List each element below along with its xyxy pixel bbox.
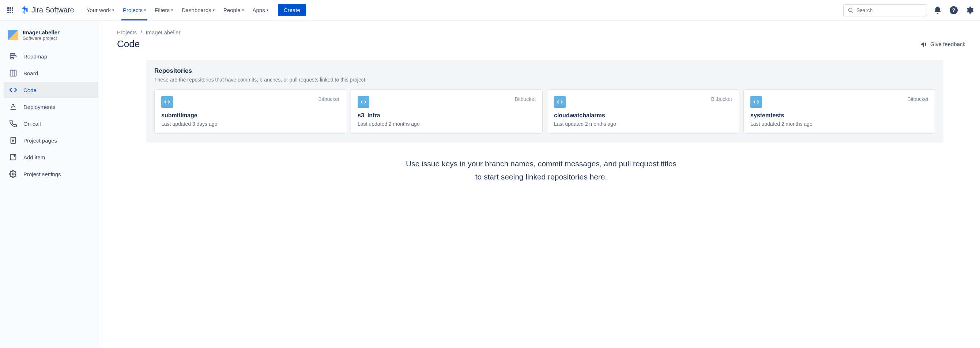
breadcrumb: Projects / ImageLabeller [117, 29, 966, 35]
sidebar-item-label: Project pages [24, 137, 57, 144]
board-icon [9, 69, 18, 78]
sidebar-item-label: Code [24, 87, 37, 93]
sidebar-item-deployments[interactable]: Deployments [4, 99, 99, 115]
chevron-down-icon: ▾ [171, 8, 173, 12]
svg-rect-15 [11, 155, 16, 160]
jira-logo[interactable]: Jira Software [21, 6, 74, 14]
repo-name: cloudwatchalarms [554, 112, 732, 119]
repo-code-icon [554, 96, 566, 108]
nav-label: Filters [155, 7, 170, 13]
nav-label: Dashboards [182, 7, 212, 13]
repositories-title: Repositories [154, 67, 935, 75]
hint-line2: to start seeing linked repositories here… [377, 170, 706, 183]
chevron-down-icon: ▾ [213, 8, 215, 12]
linking-hint: Use issue keys in your branch names, com… [377, 157, 706, 183]
svg-rect-4 [10, 54, 15, 55]
top-navigation: Jira Software Your work ▾ Projects ▾ Fil… [0, 0, 980, 21]
roadmap-icon [9, 52, 18, 61]
settings-button[interactable] [964, 5, 975, 16]
nav-apps[interactable]: Apps ▾ [249, 5, 272, 15]
repositories-description: These are the repositories that have com… [154, 77, 935, 83]
page-header: Code Give feedback [117, 38, 966, 50]
help-icon: ? [949, 6, 958, 14]
search-box[interactable] [843, 4, 928, 16]
svg-point-0 [849, 8, 852, 11]
sidebar-item-board[interactable]: Board [4, 65, 99, 81]
pages-icon [9, 136, 18, 145]
nav-right: ? [843, 4, 975, 16]
project-avatar [8, 30, 18, 40]
repo-name: s3_infra [358, 112, 536, 119]
chevron-down-icon: ▾ [144, 8, 146, 12]
breadcrumb-separator: / [140, 29, 142, 35]
repo-source: Bitbucket [514, 96, 536, 102]
jira-logo-text: Jira Software [32, 6, 74, 14]
app-switcher-icon [7, 7, 13, 13]
repo-card[interactable]: Bitbucket s3_infra Last updated 2 months… [351, 89, 542, 134]
sidebar: ImageLabeller Software project Roadmap B… [0, 21, 102, 348]
sidebar-item-label: Deployments [24, 104, 56, 110]
sidebar-item-add[interactable]: Add item [4, 149, 99, 165]
nav-label: Your work [87, 7, 111, 13]
sidebar-item-settings[interactable]: Project settings [4, 166, 99, 182]
breadcrumb-project[interactable]: ImageLabeller [146, 29, 180, 35]
repositories-grid: Bitbucket submitImage Last updated 3 day… [154, 89, 935, 134]
repo-source: Bitbucket [907, 96, 928, 102]
sidebar-item-oncall[interactable]: On-call [4, 116, 99, 132]
create-button[interactable]: Create [278, 4, 306, 16]
page-title: Code [117, 38, 140, 50]
nav-items: Your work ▾ Projects ▾ Filters ▾ Dashboa… [83, 4, 306, 16]
repo-code-icon [358, 96, 369, 108]
sidebar-item-code[interactable]: Code [4, 82, 99, 98]
repo-source: Bitbucket [318, 96, 339, 102]
nav-dashboards[interactable]: Dashboards ▾ [178, 5, 218, 15]
notifications-button[interactable] [932, 5, 943, 16]
sidebar-item-label: Board [24, 70, 38, 76]
nav-people[interactable]: People ▾ [220, 5, 248, 15]
nav-label: Apps [253, 7, 265, 13]
app-switcher-button[interactable] [5, 5, 16, 16]
repo-name: submitImage [161, 112, 339, 119]
breadcrumb-projects[interactable]: Projects [117, 29, 137, 35]
chevron-down-icon: ▾ [242, 8, 244, 12]
search-input[interactable] [856, 7, 923, 13]
gear-icon [966, 6, 974, 14]
repositories-panel: Repositories These are the repositories … [146, 60, 943, 143]
deployments-icon [9, 102, 18, 111]
repo-card[interactable]: Bitbucket cloudwatchalarms Last updated … [547, 89, 739, 134]
project-type: Software project [23, 35, 60, 41]
repo-source: Bitbucket [711, 96, 732, 102]
help-button[interactable]: ? [948, 5, 959, 16]
svg-text:?: ? [952, 7, 955, 13]
oncall-icon [9, 119, 18, 128]
project-name: ImageLabeller [23, 29, 60, 35]
megaphone-icon [920, 41, 928, 48]
repo-code-icon [161, 96, 173, 108]
add-icon [9, 153, 18, 162]
nav-projects[interactable]: Projects ▾ [119, 5, 150, 15]
svg-rect-6 [10, 58, 14, 59]
search-icon [848, 7, 853, 13]
svg-rect-5 [10, 56, 16, 57]
sidebar-item-pages[interactable]: Project pages [4, 132, 99, 148]
bell-icon [933, 6, 942, 14]
repo-updated: Last updated 2 months ago [750, 121, 928, 127]
sidebar-item-roadmap[interactable]: Roadmap [4, 48, 99, 64]
hint-line1: Use issue keys in your branch names, com… [377, 157, 706, 170]
jira-logo-icon [21, 6, 29, 14]
repo-card[interactable]: Bitbucket systemtests Last updated 2 mon… [743, 89, 935, 134]
nav-your-work[interactable]: Your work ▾ [83, 5, 118, 15]
nav-label: Projects [123, 7, 143, 13]
sidebar-item-label: On-call [24, 121, 41, 127]
chevron-down-icon: ▾ [112, 8, 114, 12]
repo-updated: Last updated 2 months ago [554, 121, 732, 127]
repo-updated: Last updated 3 days ago [161, 121, 339, 127]
chevron-down-icon: ▾ [267, 8, 269, 12]
project-header[interactable]: ImageLabeller Software project [4, 29, 99, 48]
nav-filters[interactable]: Filters ▾ [151, 5, 177, 15]
repo-card[interactable]: Bitbucket submitImage Last updated 3 day… [154, 89, 346, 134]
repo-updated: Last updated 2 months ago [358, 121, 536, 127]
nav-label: People [223, 7, 240, 13]
sidebar-item-label: Roadmap [24, 53, 47, 60]
feedback-button[interactable]: Give feedback [920, 41, 966, 48]
